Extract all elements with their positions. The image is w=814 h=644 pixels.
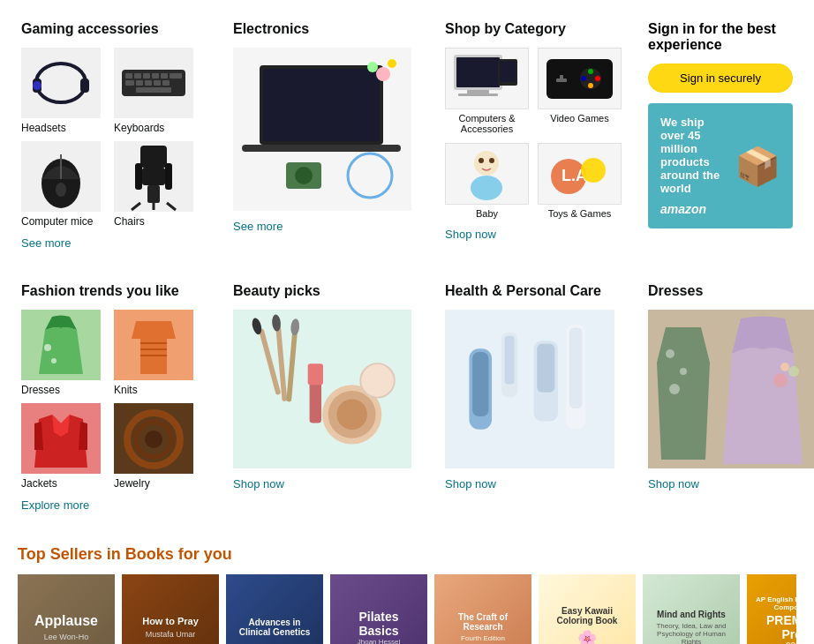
book-pilates[interactable]: Pilates Basics Jhoan Hessel — [330, 574, 427, 644]
svg-rect-85 — [472, 352, 488, 416]
gaming-item-headsets[interactable]: Headsets — [21, 48, 107, 134]
svg-rect-20 — [140, 146, 167, 168]
fashion-title: Fashion trends you like — [21, 283, 200, 299]
book-mind-cover: Mind and Rights Theory, Idea, Law and Ps… — [643, 574, 740, 644]
svg-rect-7 — [143, 73, 150, 79]
health-image — [445, 310, 614, 468]
headsets-label: Headsets — [21, 122, 107, 134]
dresses-image — [648, 310, 814, 468]
electronics-see-more[interactable]: See more — [233, 220, 411, 233]
svg-point-51 — [474, 151, 499, 176]
svg-rect-81 — [537, 344, 554, 393]
fashion-jewelry[interactable]: Jewelry — [114, 403, 200, 490]
beauty-title: Beauty picks — [233, 283, 411, 299]
svg-rect-8 — [152, 73, 159, 79]
book-mind[interactable]: Mind and Rights Theory, Idea, Law and Ps… — [643, 574, 740, 644]
svg-point-89 — [773, 373, 788, 387]
baby-image — [445, 143, 529, 205]
fashion-card: Fashion trends you like Dresses — [9, 271, 212, 524]
beauty-card: Beauty picks — [221, 271, 424, 524]
fashion-dresses-label: Dresses — [21, 384, 107, 396]
videogames-label: Video Games — [550, 113, 608, 124]
book-ap-cover: AP English Language & Composition PREMIU… — [747, 574, 796, 644]
svg-rect-11 — [125, 80, 134, 86]
health-shop-now[interactable]: Shop now — [445, 477, 614, 490]
category-computers[interactable]: Computers & Accessories — [445, 48, 529, 134]
svg-rect-13 — [145, 80, 152, 86]
fashion-knits[interactable]: Knits — [114, 310, 200, 396]
book-genetics-cover: Advances in Clinical Genetics — [226, 574, 323, 644]
svg-rect-16 — [136, 87, 171, 93]
fashion-explore-more[interactable]: Explore more — [21, 498, 200, 512]
svg-point-87 — [680, 368, 687, 375]
book-genetics[interactable]: Advances in Clinical Genetics — [226, 574, 323, 644]
category-toys[interactable]: L.A Toys & Games — [538, 143, 622, 219]
svg-rect-83 — [569, 328, 583, 408]
amazon-logo-small: amazon — [660, 202, 726, 216]
category-baby[interactable]: Baby — [445, 143, 529, 219]
svg-point-86 — [666, 349, 675, 358]
svg-point-88 — [669, 384, 680, 394]
svg-rect-2 — [80, 79, 89, 93]
book-research-cover: The Craft of Research Fourth Edition — [434, 574, 531, 644]
fashion-jewelry-image — [114, 403, 193, 474]
book-kawaii[interactable]: Easy Kawaii Coloring Book 🌸 — [539, 574, 636, 644]
svg-rect-12 — [136, 80, 143, 86]
svg-rect-76 — [308, 363, 323, 385]
electronics-title: Electronics — [233, 21, 411, 37]
fashion-knits-image — [114, 310, 193, 380]
fashion-dresses[interactable]: Dresses — [21, 310, 107, 396]
gaming-item-mice[interactable]: Computer mice — [21, 141, 107, 228]
signin-button[interactable]: Sign in securely — [648, 64, 793, 93]
gaming-accessories-card: Gaming accessories Headsets — [9, 9, 212, 262]
svg-point-48 — [588, 83, 593, 88]
gaming-title: Gaming accessories — [21, 21, 200, 37]
svg-rect-14 — [154, 80, 161, 86]
svg-point-36 — [388, 59, 396, 68]
fashion-jackets[interactable]: Jackets — [21, 403, 107, 490]
svg-point-53 — [479, 158, 484, 163]
gaming-item-chairs[interactable]: Chairs — [114, 141, 200, 228]
svg-rect-30 — [242, 145, 401, 152]
keyboards-image — [114, 48, 193, 118]
svg-rect-15 — [162, 80, 170, 86]
gaming-item-keyboards[interactable]: Keyboards — [114, 48, 200, 134]
svg-rect-5 — [125, 73, 132, 79]
svg-point-90 — [788, 366, 799, 377]
dresses-shop-now[interactable]: Shop now — [648, 477, 814, 490]
beauty-shop-now[interactable]: Shop now — [233, 477, 411, 490]
health-title: Health & Personal Care — [445, 283, 614, 299]
book-applause[interactable]: Applause Lee Won-Ho — [18, 574, 115, 644]
mice-image — [21, 141, 101, 212]
baby-label: Baby — [476, 208, 498, 219]
books-section: Top Sellers in Books for you Applause Le… — [9, 533, 805, 644]
svg-point-58 — [44, 344, 51, 351]
health-card: Health & Personal Care Shop no — [433, 271, 627, 524]
svg-rect-29 — [263, 69, 380, 141]
shipping-banner: We ship over 45 million products around … — [648, 103, 793, 228]
svg-point-57 — [581, 158, 606, 183]
computers-image — [445, 48, 529, 109]
svg-point-59 — [51, 358, 57, 363]
videogames-image — [538, 48, 622, 109]
book-research[interactable]: The Craft of Research Fourth Edition — [434, 574, 531, 644]
signin-card: Sign in for the best experience Sign in … — [636, 9, 805, 262]
svg-rect-38 — [456, 57, 500, 87]
fashion-dresses-image — [21, 310, 101, 380]
svg-point-71 — [290, 318, 300, 336]
category-videogames[interactable]: Video Games — [538, 48, 622, 134]
fashion-jackets-image — [21, 403, 101, 474]
fashion-jewelry-label: Jewelry — [114, 477, 200, 490]
book-ap[interactable]: AP English Language & Composition PREMIU… — [747, 574, 796, 644]
svg-rect-79 — [505, 336, 515, 385]
book-pray[interactable]: How to Pray Mustafa Umar — [122, 574, 219, 644]
svg-point-35 — [367, 62, 378, 72]
beauty-image — [233, 310, 411, 468]
shop-category-now[interactable]: Shop now — [445, 228, 614, 241]
gaming-see-more[interactable]: See more — [21, 236, 200, 250]
fashion-knits-label: Knits — [114, 384, 200, 396]
svg-point-65 — [145, 431, 162, 448]
svg-rect-70 — [286, 330, 298, 402]
dresses-title: Dresses — [648, 283, 814, 299]
book-pray-cover: How to Pray Mustafa Umar — [122, 574, 219, 644]
